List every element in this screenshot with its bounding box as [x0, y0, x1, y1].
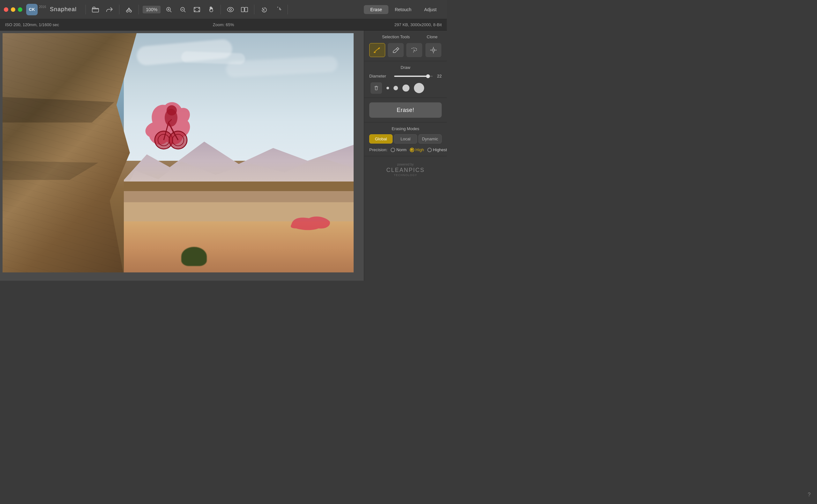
svg-point-15 — [374, 52, 375, 53]
mode-dynamic-button[interactable]: Dynamic — [419, 134, 442, 144]
precision-norm-radio[interactable] — [390, 148, 395, 152]
clear-selection-button[interactable] — [370, 82, 382, 94]
diameter-label: Diameter — [369, 74, 391, 78]
precision-radio-group: Norm High Highest — [390, 147, 447, 152]
diameter-value: 22 — [435, 74, 442, 78]
close-button[interactable] — [4, 7, 8, 12]
brush-size-md[interactable] — [402, 85, 410, 92]
erasing-modes-section: Erasing Modes Global Local Dynamic Preci… — [364, 122, 447, 156]
undo-button[interactable] — [257, 4, 271, 15]
draw-section: Draw Diameter 22 — [364, 61, 447, 98]
slider-thumb[interactable] — [426, 74, 430, 78]
maximize-button[interactable] — [18, 7, 22, 12]
precision-row: Precision: Norm High Highest — [369, 147, 442, 152]
zoom-in-button[interactable] — [162, 4, 176, 15]
app-logo: CK 2016 Snapheal — [26, 4, 77, 15]
brush-tool-button[interactable] — [369, 43, 385, 57]
svg-point-17 — [433, 50, 434, 50]
rock-texture — [3, 33, 137, 272]
preview-button[interactable] — [223, 4, 237, 15]
precision-high-label: High — [416, 147, 424, 152]
diameter-slider[interactable] — [394, 76, 433, 77]
precision-norm-label: Norm — [396, 147, 406, 152]
traffic-lights — [4, 7, 22, 12]
mode-local-button[interactable]: Local — [394, 134, 417, 144]
selection-tools-section: Selection Tools Clone — [364, 31, 447, 61]
minimize-button[interactable] — [11, 7, 15, 12]
mode-global-button[interactable]: Global — [369, 134, 392, 144]
svg-rect-8 — [245, 7, 248, 12]
svg-point-14 — [167, 105, 177, 115]
small-selection — [290, 212, 331, 231]
selection-tools-title: Selection Tools — [369, 34, 423, 39]
plateau — [124, 182, 353, 191]
clone-tool-button[interactable] — [426, 43, 442, 57]
toolbar-separator-1 — [85, 5, 86, 14]
info-filesize: 297 KB, 3000x2000, 8-Bit — [394, 22, 442, 27]
brush-size-sm[interactable] — [393, 86, 398, 90]
cut-tool-button[interactable] — [122, 4, 136, 15]
right-panel: Selection Tools Clone — [364, 31, 447, 281]
lasso-tool-button[interactable] — [406, 43, 422, 57]
main-area: Selection Tools Clone — [0, 31, 447, 281]
share-button[interactable] — [102, 4, 116, 15]
app-icon: CK — [26, 4, 38, 15]
precision-highest-option[interactable]: Highest — [427, 147, 447, 152]
toolbar-separator-6 — [287, 5, 288, 14]
toolbar-separator-5 — [254, 5, 254, 14]
app-name: Snapheal — [50, 6, 77, 13]
eraser-tool-button[interactable] — [388, 43, 404, 57]
precision-high-option[interactable]: High — [410, 147, 424, 152]
biker-selection — [143, 97, 194, 154]
modes-row: Global Local Dynamic — [369, 134, 442, 144]
erase-button-container: Erase! — [364, 98, 447, 122]
hand-tool-button[interactable] — [204, 4, 218, 15]
shrub — [181, 247, 207, 266]
selection-clone-header: Selection Tools Clone — [369, 34, 442, 39]
main-tabs: Erase Retouch Adjust — [364, 5, 443, 14]
fit-button[interactable] — [190, 4, 204, 15]
cleanpics-text: CLEANPICS — [369, 167, 442, 174]
compare-button[interactable] — [237, 4, 251, 15]
info-zoom: Zoom: 65% — [213, 22, 234, 27]
brush-sizes-row — [369, 82, 442, 94]
tab-adjust[interactable]: Adjust — [418, 5, 443, 14]
precision-label: Precision: — [369, 147, 387, 152]
zoom-out-button[interactable] — [176, 4, 190, 15]
erasing-modes-title: Erasing Modes — [369, 126, 442, 131]
infobar: ISO 200, 120mm, 1/1600 sec Zoom: 65% 297… — [0, 19, 447, 31]
info-iso: ISO 200, 120mm, 1/1600 sec — [5, 22, 394, 27]
redo-button[interactable] — [271, 4, 285, 15]
clone-title: Clone — [423, 34, 442, 39]
precision-highest-label: Highest — [433, 147, 447, 152]
draw-title: Draw — [369, 65, 442, 70]
toolbar-separator-2 — [119, 5, 119, 14]
brush-size-lg[interactable] — [414, 83, 424, 93]
photo-background — [3, 33, 353, 272]
clone-tool-container — [425, 43, 442, 57]
precision-norm-option[interactable]: Norm — [390, 147, 406, 152]
brush-size-xs[interactable] — [386, 87, 389, 89]
open-button[interactable] — [88, 4, 102, 15]
erase-button[interactable]: Erase! — [369, 102, 442, 118]
precision-high-dot — [411, 149, 413, 151]
toolbar-separator-4 — [220, 5, 221, 14]
cleanpics-logo: powered by CLEANPICS TECHNOLOGY — [364, 156, 447, 183]
diameter-row: Diameter 22 — [369, 74, 442, 78]
app-year: 2016 — [39, 5, 46, 9]
toolbar-separator-3 — [138, 5, 139, 14]
svg-point-6 — [229, 9, 231, 11]
selection-tools-row — [369, 43, 422, 57]
tab-retouch[interactable]: Retouch — [388, 5, 418, 14]
zoom-display: 100% — [143, 6, 160, 13]
cleanpics-sub-text: TECHNOLOGY — [369, 174, 442, 177]
canvas-area[interactable] — [0, 31, 364, 281]
precision-high-radio[interactable] — [410, 148, 414, 152]
precision-highest-radio[interactable] — [427, 148, 432, 152]
svg-rect-7 — [241, 7, 244, 12]
titlebar: CK 2016 Snapheal 100% — [0, 0, 447, 19]
tab-erase[interactable]: Erase — [364, 5, 388, 14]
photo-canvas — [3, 33, 364, 281]
tools-clone-row — [369, 43, 442, 57]
powered-by-text: powered by — [369, 163, 442, 166]
